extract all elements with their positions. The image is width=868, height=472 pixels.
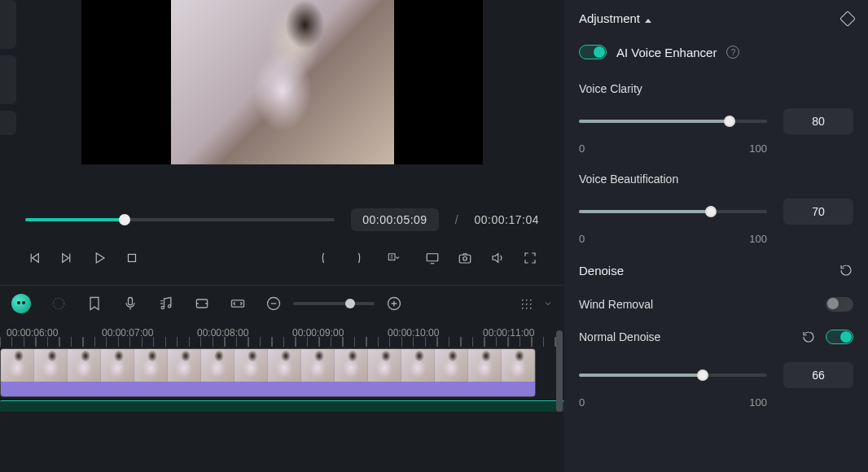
clip-frame [268, 349, 301, 383]
properties-panel: Adjustment AI Voice Enhancer ? Voice Cla… [564, 0, 868, 472]
voice-beautification-label: Voice Beautification [579, 173, 853, 186]
wind-removal-row: Wind Removal [579, 297, 853, 312]
clip-frame [68, 349, 101, 383]
zoom-in-button[interactable] [386, 295, 402, 312]
clip-frame [34, 349, 68, 383]
normal-denoise-label: Normal Denoise [579, 330, 660, 343]
slider-min: 0 [579, 142, 585, 155]
display-button[interactable] [423, 249, 441, 267]
timeline-ruler[interactable]: 00:00:06:00 00:00:07:00 00:00:08:00 00:0… [0, 321, 564, 348]
wind-removal-label: Wind Removal [579, 298, 653, 311]
voice-clarity-label: Voice Clarity [579, 82, 853, 95]
timeline-toolbar [0, 285, 564, 321]
slider-knob[interactable] [724, 116, 735, 127]
timeline-tracks [0, 348, 564, 412]
mark-in-button[interactable] [316, 249, 334, 267]
toggle-knob [594, 46, 605, 58]
marker-flag-icon[interactable] [50, 295, 67, 312]
zoom-thumb[interactable] [345, 299, 355, 308]
markers-button[interactable] [381, 249, 409, 267]
adjustment-section-header[interactable]: Adjustment [579, 11, 853, 25]
ai-voice-toggle[interactable] [579, 45, 607, 59]
stop-button[interactable] [123, 249, 141, 267]
clip-frame [301, 349, 335, 383]
svg-rect-1 [388, 254, 395, 260]
normal-denoise-slider[interactable] [579, 374, 767, 377]
voice-clarity-value[interactable]: 80 [783, 108, 853, 134]
clip-frame [235, 349, 268, 383]
denoise-section-header[interactable]: Denoise [579, 263, 853, 278]
slider-max: 100 [749, 396, 767, 409]
svg-rect-3 [459, 255, 471, 263]
audio-track[interactable] [0, 400, 564, 412]
voice-beautification-slider[interactable] [579, 210, 767, 213]
crop-clip-icon[interactable] [194, 295, 210, 312]
microphone-icon[interactable] [122, 295, 138, 312]
clip-frame [502, 349, 535, 383]
slider-min: 0 [579, 396, 585, 409]
audio-adjust-icon[interactable] [158, 295, 174, 312]
dropdown-icon[interactable] [543, 295, 553, 312]
svg-point-4 [463, 257, 467, 261]
svg-point-8 [169, 304, 171, 307]
slider-max: 100 [749, 233, 767, 245]
wind-removal-toggle[interactable] [826, 297, 853, 312]
help-icon[interactable]: ? [726, 46, 739, 59]
snapshot-button[interactable] [456, 249, 474, 267]
clip-frame [435, 349, 468, 383]
step-forward-button[interactable] [58, 249, 76, 267]
voice-clarity-group: Voice Clarity 80 0 100 [579, 82, 853, 155]
svg-rect-0 [129, 255, 136, 262]
preview-area: 00:00:05:09 / 00:00:17:04 [0, 0, 564, 285]
normal-denoise-value[interactable]: 66 [783, 362, 853, 388]
seek-slider[interactable] [25, 218, 335, 221]
svg-rect-2 [427, 254, 438, 261]
voice-clarity-slider[interactable] [579, 120, 767, 123]
transport-bar: 00:00:05:09 / 00:00:17:04 [12, 205, 552, 272]
bookmark-icon[interactable] [86, 295, 103, 312]
clip-frame [1, 349, 34, 383]
grid-view-icon[interactable] [520, 298, 532, 309]
clip-frame [168, 349, 201, 383]
seek-thumb[interactable] [119, 214, 130, 225]
caret-up-icon [645, 19, 651, 23]
slider-fill [579, 210, 711, 213]
zoom-out-button[interactable] [265, 295, 282, 312]
clip-audio-bar [1, 382, 535, 396]
video-clip[interactable] [0, 348, 536, 397]
normal-denoise-toggle[interactable] [826, 330, 853, 344]
video-preview[interactable] [81, 0, 483, 164]
fullscreen-button[interactable] [521, 249, 539, 267]
adjustment-label: Adjustment [579, 11, 640, 25]
normal-denoise-row: Normal Denoise [579, 330, 853, 344]
ai-assistant-icon[interactable] [11, 294, 31, 313]
slider-knob[interactable] [705, 206, 717, 217]
play-button[interactable] [90, 249, 108, 267]
denoise-label: Denoise [579, 264, 624, 278]
reset-icon[interactable] [839, 263, 853, 278]
vertical-scrollbar[interactable] [556, 330, 563, 412]
clip-frame [368, 349, 401, 383]
volume-button[interactable] [489, 249, 506, 267]
video-frame-image [171, 0, 394, 164]
clip-frame [401, 349, 435, 383]
clip-frame [101, 349, 134, 383]
time-separator: / [455, 213, 458, 226]
keyframe-diamond-icon[interactable] [840, 11, 856, 27]
preview-and-timeline: 00:00:05:09 / 00:00:17:04 [0, 0, 564, 472]
resize-clip-icon[interactable] [230, 295, 246, 312]
ai-voice-label: AI Voice Enhancer [616, 46, 717, 59]
toggle-knob [840, 331, 852, 343]
zoom-slider[interactable] [293, 302, 375, 305]
svg-rect-6 [129, 297, 133, 304]
ruler-marks [0, 337, 564, 347]
voice-beautification-value[interactable]: 70 [783, 199, 853, 225]
slider-fill [579, 374, 703, 377]
reset-icon[interactable] [801, 330, 816, 344]
mark-out-button[interactable] [349, 249, 366, 267]
slider-knob[interactable] [697, 369, 708, 381]
toggle-knob [827, 298, 839, 309]
current-time[interactable]: 00:00:05:09 [351, 208, 438, 231]
step-back-button[interactable] [25, 249, 43, 267]
clip-frame [335, 349, 368, 383]
